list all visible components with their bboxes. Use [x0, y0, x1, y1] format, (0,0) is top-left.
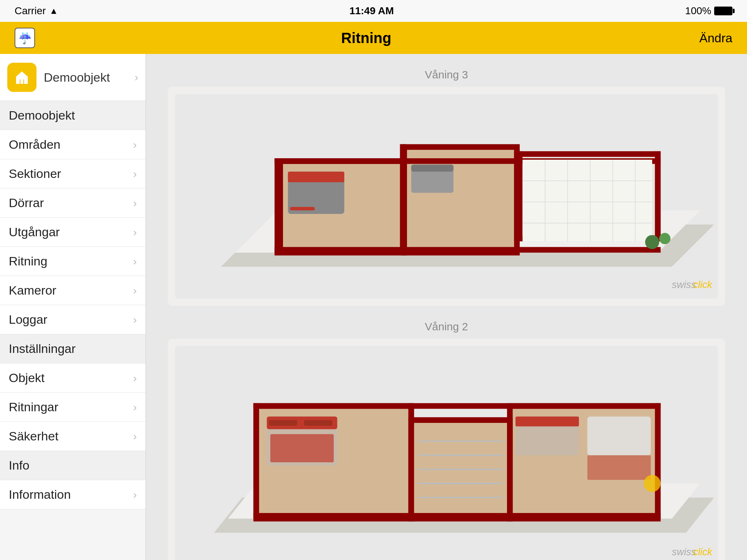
sidebar-item-label-demoobjekt: Demoobjekt: [9, 108, 75, 122]
floor-plan-svg-3: swiss click .com: [179, 98, 714, 295]
floor-plan-2: swiss click .com: [175, 346, 718, 560]
svg-rect-0: [20, 79, 23, 84]
sidebar-item-label-kameror: Kameror: [9, 283, 56, 298]
floor-card-2[interactable]: swiss click .com: [168, 339, 725, 560]
sidebar-item-kameror[interactable]: Kameror›: [0, 276, 146, 305]
sidebar-item-label-utganger: Utgångar: [9, 225, 60, 239]
svg-rect-38: [253, 403, 661, 409]
sidebar-item-label-info: Info: [9, 458, 30, 472]
floor-2-title: Våning 2: [168, 320, 725, 333]
sidebar-item-label-omraden: Områden: [9, 137, 61, 152]
svg-rect-17: [411, 164, 453, 171]
svg-rect-41: [655, 403, 661, 519]
svg-rect-57: [587, 416, 651, 455]
svg-rect-40: [253, 403, 259, 519]
sidebar-item-omraden[interactable]: Områden›: [0, 130, 146, 159]
battery-pct: 100%: [685, 5, 711, 17]
svg-rect-15: [290, 207, 315, 210]
svg-rect-43: [507, 417, 512, 518]
sidebar-item-dorrar[interactable]: Dörrar›: [0, 188, 146, 218]
svg-rect-47: [304, 420, 332, 425]
main-content: Våning 3: [146, 54, 747, 560]
svg-rect-56: [515, 416, 579, 426]
status-bar: Carrier ▲ 11:49 AM 100%: [0, 0, 747, 22]
sidebar-item-chevron-kameror: ›: [133, 284, 137, 297]
carrier-label: Carrier: [15, 5, 46, 17]
svg-rect-9: [517, 151, 522, 239]
battery-area: 100%: [685, 5, 732, 17]
sidebar-item-utganger[interactable]: Utgångar›: [0, 218, 146, 247]
sidebar-item-sakerhet[interactable]: Säkerhet›: [0, 422, 146, 451]
person-icon[interactable]: ☔: [15, 28, 35, 48]
svg-text:swiss: swiss: [672, 547, 696, 557]
sidebar: Demoobjekt › DemoobjektOmråden›Sektioner…: [0, 54, 146, 560]
sidebar-item-loggar[interactable]: Loggar›: [0, 305, 146, 334]
svg-text:click: click: [693, 279, 713, 290]
floor-3-title: Våning 3: [168, 69, 725, 81]
sidebar-header-chevron: ›: [135, 71, 138, 83]
sidebar-item-chevron-information: ›: [133, 489, 137, 501]
sidebar-header-label: Demoobjekt: [44, 70, 127, 85]
battery-icon: [714, 7, 732, 15]
sidebar-item-information[interactable]: Information›: [0, 480, 146, 509]
carrier-area: Carrier ▲: [15, 5, 58, 17]
sidebar-item-chevron-sakerhet: ›: [133, 430, 137, 443]
svg-rect-48: [270, 434, 334, 462]
sidebar-item-chevron-loggar: ›: [133, 314, 137, 326]
sidebar-item-label-information: Information: [9, 487, 71, 502]
sidebar-item-label-sakerhet: Säkerhet: [9, 429, 58, 443]
sidebar-item-label-installningar: Inställningar: [9, 342, 76, 356]
sidebar-item-sektioner[interactable]: Sektioner›: [0, 159, 146, 188]
svg-text:click: click: [693, 547, 713, 557]
svg-point-28: [659, 233, 670, 244]
sidebar-item-chevron-ritning: ›: [133, 255, 137, 268]
sidebar-item-chevron-omraden: ›: [133, 139, 137, 151]
sidebar-item-label-ritning: Ritning: [9, 254, 47, 268]
sidebar-header-icon: [7, 63, 36, 92]
floor-card-3[interactable]: swiss click .com: [168, 87, 725, 306]
svg-rect-39: [253, 513, 661, 518]
sidebar-item-demoobjekt[interactable]: Demoobjekt: [0, 101, 146, 130]
sidebar-item-chevron-sektioner: ›: [133, 168, 137, 180]
sidebar-item-label-objekt: Objekt: [9, 371, 44, 385]
sidebar-item-chevron-dorrar: ›: [133, 197, 137, 209]
svg-rect-12: [275, 247, 661, 252]
nav-bar: ☔ Ritning Ändra: [0, 22, 747, 54]
sidebar-item-label-ritningar: Ritningar: [9, 400, 58, 414]
nav-title: Ritning: [341, 30, 391, 46]
sidebar-item-chevron-utganger: ›: [133, 226, 137, 238]
svg-text:swiss: swiss: [672, 279, 696, 290]
sidebar-item-chevron-objekt: ›: [133, 372, 137, 384]
sidebar-item-info[interactable]: Info: [0, 451, 146, 480]
sidebar-item-label-loggar: Loggar: [9, 312, 47, 327]
sidebar-items-list: DemoobjektOmråden›Sektioner›Dörrar›Utgån…: [0, 101, 146, 509]
svg-rect-7: [277, 158, 283, 253]
floor-section-2: Våning 2: [168, 320, 725, 560]
main-layout: Demoobjekt › DemoobjektOmråden›Sektioner…: [0, 54, 747, 560]
svg-point-59: [644, 475, 661, 492]
wifi-icon: ▲: [50, 6, 58, 16]
sidebar-item-installningar[interactable]: Inställningar: [0, 334, 146, 363]
svg-rect-10: [655, 151, 661, 239]
edit-button[interactable]: Ändra: [689, 31, 732, 45]
svg-rect-58: [587, 455, 651, 480]
svg-point-27: [645, 235, 659, 249]
sidebar-item-label-dorrar: Dörrar: [9, 196, 44, 210]
sidebar-header[interactable]: Demoobjekt ›: [0, 54, 146, 101]
sidebar-item-label-sektioner: Sektioner: [9, 167, 61, 181]
svg-rect-42: [409, 403, 414, 519]
floor-plan-svg-2: swiss click .com: [179, 350, 714, 560]
sidebar-item-objekt[interactable]: Objekt›: [0, 363, 146, 393]
nav-left: ☔: [15, 28, 44, 48]
sidebar-item-chevron-ritningar: ›: [133, 401, 137, 413]
sidebar-item-ritning[interactable]: Ritning›: [0, 247, 146, 276]
time-label: 11:49 AM: [349, 5, 394, 17]
sidebar-item-ritningar[interactable]: Ritningar›: [0, 393, 146, 422]
svg-rect-14: [288, 172, 344, 182]
floor-plan-3: swiss click .com: [175, 94, 718, 299]
floor-section-3: Våning 3: [168, 69, 725, 306]
svg-rect-46: [269, 420, 297, 425]
svg-rect-18: [523, 160, 652, 241]
